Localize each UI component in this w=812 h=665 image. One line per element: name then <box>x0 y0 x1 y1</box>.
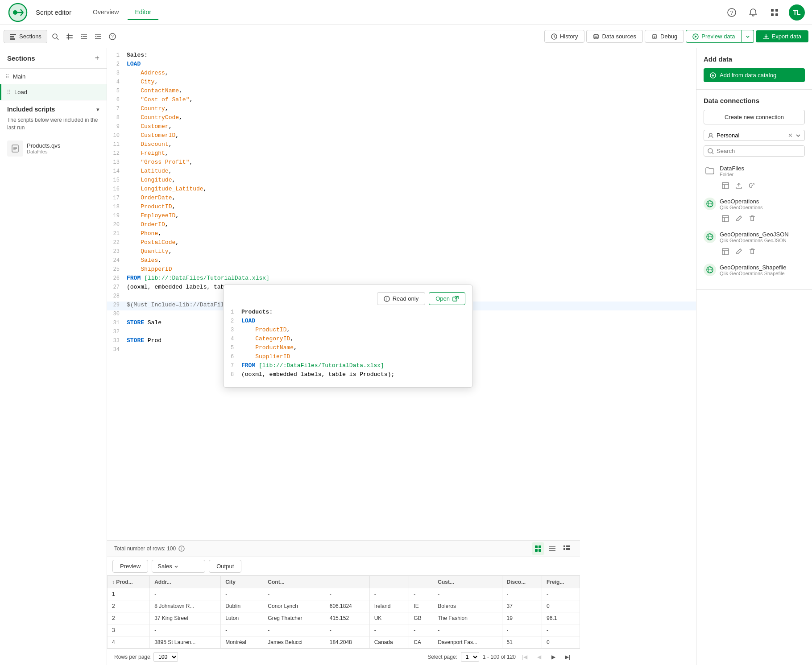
popup-overlay: i Read only Open 1Products: 2LOAD 3 Prod… <box>223 285 473 388</box>
search-input[interactable] <box>717 148 801 154</box>
included-description: The scripts below were included in the l… <box>7 116 99 132</box>
export-button[interactable]: Export data <box>756 30 809 42</box>
create-connection-button[interactable]: Create new connection <box>704 110 805 124</box>
conn-table-icon[interactable] <box>720 180 731 191</box>
toolbar: Sections ? History Data sources Debug Pr… <box>0 25 812 48</box>
help-icon[interactable]: ? <box>725 5 739 20</box>
list-view-icon[interactable] <box>546 542 559 555</box>
open-button[interactable]: Open <box>429 292 465 305</box>
avatar[interactable]: TL <box>789 4 805 21</box>
conn-info-geo: GeoOperations Qlik GeoOperations <box>720 198 805 210</box>
col-header-7[interactable] <box>409 576 433 588</box>
bottom-section: Total number of rows: 100 i Preview <box>107 540 580 665</box>
col-header-5[interactable] <box>325 576 369 588</box>
preview-button[interactable]: Preview data <box>686 30 742 43</box>
connection-shapefile-header[interactable]: GeoOperations_Shapefile Qlik GeoOperatio… <box>704 261 805 279</box>
geo-delete-icon[interactable] <box>746 213 758 224</box>
connection-geojson-header[interactable]: GeoOperations_GeoJSON Qlik GeoOperations… <box>704 228 805 246</box>
geojson-table-icon[interactable] <box>720 246 731 257</box>
svg-rect-9 <box>775 9 778 12</box>
connection-geooperations: GeoOperations Qlik GeoOperations <box>704 195 805 224</box>
filter-chevron[interactable] <box>795 133 801 138</box>
add-catalog-button[interactable]: Add from data catalog <box>704 68 805 82</box>
search-bar <box>704 145 805 157</box>
folder-action-icons <box>720 180 805 191</box>
first-page-button[interactable]: |◀ <box>519 652 530 662</box>
section-item-main[interactable]: ⠿ Main <box>0 69 107 84</box>
tab-editor[interactable]: Editor <box>128 5 158 20</box>
preview-tab-button[interactable]: Preview <box>112 560 148 573</box>
page-select[interactable]: 1 2 <box>461 652 479 662</box>
help-toolbar-icon[interactable]: ? <box>106 30 119 43</box>
included-title: Included scripts <box>7 106 55 113</box>
included-chevron[interactable]: ▾ <box>96 106 99 113</box>
col-header-disco[interactable]: Disco... <box>502 576 542 588</box>
search-toolbar-icon[interactable] <box>49 30 62 43</box>
bell-icon[interactable] <box>746 5 760 20</box>
geojson-edit-icon[interactable] <box>733 246 745 257</box>
editor-area[interactable]: 1Sales: 2LOAD 3 Address, 4 City, 5 Conta… <box>107 48 696 665</box>
table-selector[interactable]: Sales <box>152 560 205 573</box>
connection-datafiles-header[interactable]: DataFiles Folder <box>704 162 805 180</box>
file-name: Products.qvs <box>27 142 99 149</box>
prev-page-button[interactable]: ◀ <box>534 652 544 662</box>
nav-tabs: Overview Editor <box>86 5 158 20</box>
section-item-load[interactable]: ⠿ Load 🗑 <box>0 84 107 100</box>
tab-overview[interactable]: Overview <box>86 5 126 20</box>
indent-icon[interactable] <box>78 30 90 43</box>
qlik-logo <box>7 2 29 23</box>
conn-link-icon[interactable] <box>746 180 758 191</box>
last-page-button[interactable]: ▶| <box>562 652 573 662</box>
readonly-button[interactable]: i Read only <box>377 292 426 305</box>
globe-icon-geojson <box>704 231 716 243</box>
history-button[interactable]: History <box>544 30 584 43</box>
next-page-button[interactable]: ▶ <box>548 652 559 662</box>
grid-view-icon[interactable] <box>532 542 544 555</box>
sections-add-button[interactable]: + <box>95 54 99 63</box>
table-row: 28 Johnstown R...DublinConor Lynch606.18… <box>108 600 580 612</box>
file-info: Products.qvs DataFiles <box>27 142 99 154</box>
connection-geooperations-header[interactable]: GeoOperations Qlik GeoOperations <box>704 195 805 213</box>
filter-clear[interactable]: ✕ <box>788 132 793 139</box>
data-table-container[interactable]: ↕ Prod... Addr... City Cont... Cust... D… <box>107 576 580 648</box>
preview-dropdown-button[interactable] <box>742 30 754 43</box>
col-header-city[interactable]: City <box>221 576 263 588</box>
col-header-cust[interactable]: Cust... <box>433 576 502 588</box>
section-name-main: Main <box>13 73 101 80</box>
bottom-toolbar: Preview Sales Output <box>107 557 580 576</box>
svg-rect-12 <box>10 34 16 35</box>
sections-button[interactable]: Sections <box>4 30 47 43</box>
rows-per-page-select[interactable]: 100 50 25 <box>153 652 178 662</box>
col-header-6[interactable] <box>369 576 409 588</box>
debug-button[interactable]: Debug <box>645 30 684 43</box>
file-icon <box>7 140 23 157</box>
col-header-freig[interactable]: Freig... <box>542 576 580 588</box>
col-header-sort[interactable]: ↕ Prod... <box>108 576 150 588</box>
conn-info-geojson: GeoOperations_GeoJSON Qlik GeoOperations… <box>720 231 805 243</box>
filter-bar: Personal ✕ <box>704 130 805 141</box>
geo-table-icon[interactable] <box>720 213 731 224</box>
total-rows-bar: Total number of rows: 100 i <box>107 541 580 557</box>
total-rows-text: Total number of rows: 100 <box>114 545 176 552</box>
add-data-title: Add data <box>704 55 805 63</box>
toggle-icon[interactable] <box>63 30 76 43</box>
geo-edit-icon[interactable] <box>733 213 745 224</box>
svg-rect-30 <box>653 34 656 39</box>
svg-rect-51 <box>563 545 565 547</box>
folder-icon <box>704 165 716 177</box>
geojson-action-icons <box>720 246 805 257</box>
conn-upload-icon[interactable] <box>733 180 745 191</box>
svg-point-2 <box>13 10 17 15</box>
person-icon <box>708 132 714 139</box>
grid-icon[interactable] <box>767 5 782 20</box>
nav-right: ? TL <box>725 4 805 21</box>
compact-view-icon[interactable] <box>560 542 573 555</box>
col-header-addr[interactable]: Addr... <box>150 576 221 588</box>
geojson-delete-icon[interactable] <box>746 246 758 257</box>
datasources-button[interactable]: Data sources <box>586 30 643 43</box>
top-nav: Script editor Overview Editor ? TL <box>0 0 812 25</box>
outdent-icon[interactable] <box>92 30 104 43</box>
data-connections-section: Data connections Create new connection P… <box>696 90 812 290</box>
col-header-cont[interactable]: Cont... <box>263 576 325 588</box>
output-button[interactable]: Output <box>209 560 241 573</box>
